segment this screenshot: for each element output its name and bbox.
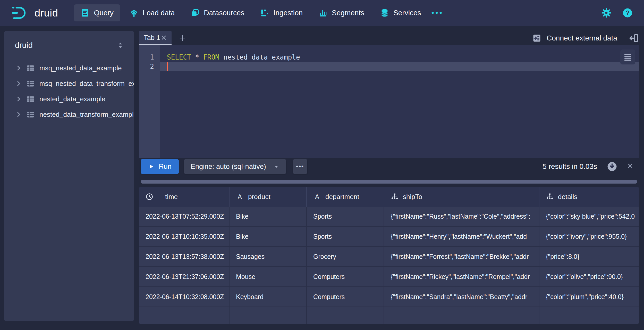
svg-text:A: A — [315, 193, 319, 200]
column-header-product[interactable]: Aproduct — [230, 187, 307, 207]
line-number: 1 — [139, 53, 160, 62]
nav-item-label: Segments — [332, 9, 364, 17]
open-panel-icon[interactable] — [629, 33, 639, 43]
nav-item-label: Services — [393, 9, 421, 17]
column-header--time[interactable]: __time — [139, 187, 230, 207]
tab-query[interactable]: Tab 1 — [139, 31, 172, 45]
chevron-right-icon[interactable] — [15, 96, 22, 102]
table-cell[interactable]: {"firstName":"Sandra","lastName":"Beatty… — [384, 287, 539, 307]
settings-gear-icon[interactable] — [601, 8, 612, 18]
table-cell[interactable]: Grocery — [307, 247, 384, 266]
column-header-department[interactable]: Adepartment — [307, 187, 384, 207]
table-cell[interactable]: {"color":"ivory","price":955.0} — [539, 227, 639, 246]
add-tab-button[interactable]: + — [179, 33, 186, 44]
tabbar-right: Connect external data — [532, 33, 639, 43]
engine-select[interactable]: Engine: auto (sql-native) — [184, 159, 286, 174]
query-workbench: Tab 1 + Connect external data 1 2 SELECT… — [139, 31, 639, 324]
run-label: Run — [159, 163, 172, 171]
tab-bar: Tab 1 + Connect external data — [139, 31, 639, 45]
table-cell[interactable]: Computers — [307, 287, 384, 307]
sql-table-name: nested_data_example — [223, 53, 300, 61]
horizontal-scrollbar[interactable] — [141, 180, 637, 184]
table-cell[interactable]: Mouse — [230, 267, 307, 286]
table-cell[interactable]: {"color":"plum","price":40.0} — [539, 287, 639, 307]
nav-item-label: Load data — [143, 9, 175, 17]
brand[interactable]: druid — [11, 6, 58, 20]
table-cell[interactable] — [539, 307, 639, 324]
table-cell[interactable]: Bike — [230, 227, 307, 246]
tree-item-label: nested_data_transform_exampl — [39, 111, 134, 119]
nav-item-load-data[interactable]: Load data — [123, 4, 182, 21]
datasource-sidebar: druid msq_nested_data_examplemsq_nested_… — [4, 31, 134, 321]
run-button[interactable]: Run — [141, 159, 179, 174]
table-cell[interactable]: {"firstName":"Rickey","lastName":"Rempel… — [384, 267, 539, 286]
column-header-details[interactable]: details — [539, 187, 639, 207]
play-icon — [148, 163, 155, 170]
tree-item-msq-nested-data-example[interactable]: msq_nested_data_example — [4, 60, 134, 76]
tree-item-nested-data-example[interactable]: nested_data_example — [4, 91, 134, 107]
table-cell[interactable] — [230, 307, 307, 324]
table-cell[interactable]: Sausages — [230, 247, 307, 266]
download-icon[interactable] — [607, 161, 617, 172]
editor-menu-button[interactable] — [620, 50, 635, 64]
connect-external-label: Connect external data — [547, 34, 617, 42]
table-cell[interactable]: {"price":8.0} — [539, 247, 639, 266]
editor-gutter: 1 2 — [139, 45, 160, 158]
double-caret-vertical-icon[interactable] — [116, 42, 124, 49]
nav-item-datasources[interactable]: Datasources — [184, 4, 251, 21]
table-cell[interactable]: {"color":"sky blue","price":542.0 — [539, 207, 639, 226]
nav-more-button[interactable]: ••• — [431, 9, 444, 17]
table-cell[interactable]: 2022-06-13T10:10:35.000Z — [139, 227, 230, 246]
tree-item-nested-data-transform-exampl[interactable]: nested_data_transform_exampl — [4, 107, 134, 122]
nav-item-label: Query — [94, 9, 113, 17]
table-cell[interactable]: 2022-06-13T21:37:06.000Z — [139, 267, 230, 286]
table-cell[interactable]: Keyboard — [230, 287, 307, 307]
table-cell[interactable]: {"firstName":"Henry","lastName":"Wuckert… — [384, 227, 539, 246]
table-icon — [26, 95, 35, 103]
table-cell[interactable]: Bike — [230, 207, 307, 226]
text-cursor — [167, 62, 168, 71]
tab-close-icon[interactable] — [161, 35, 167, 41]
table-cell[interactable] — [307, 307, 384, 324]
nav-items: QueryLoad dataDatasourcesIngestionSegmen… — [74, 4, 428, 21]
chevron-right-icon[interactable] — [15, 65, 22, 71]
tree-item-msq-nested-data-transform-ex[interactable]: msq_nested_data_transform_ex — [4, 76, 134, 91]
table-cell[interactable] — [384, 307, 539, 324]
chevron-right-icon[interactable] — [15, 80, 22, 87]
table-cell[interactable] — [139, 307, 230, 324]
table-cell[interactable]: 2022-06-13T13:57:38.000Z — [139, 247, 230, 266]
column-header-shipto[interactable]: shipTo — [384, 187, 539, 207]
query-more-button[interactable]: ••• — [293, 159, 307, 174]
editor-code: SELECT * FROM nested_data_example — [160, 53, 639, 62]
table-icon — [26, 110, 35, 119]
engine-label: Engine: auto (sql-native) — [191, 163, 266, 171]
nav-item-services[interactable]: Services — [374, 4, 428, 21]
table-cell[interactable]: {"firstName":"Russ","lastName":"Cole","a… — [384, 207, 539, 226]
table-cell[interactable]: {"firstName":"Forrest","lastName":"Brekk… — [384, 247, 539, 266]
sql-star: * — [195, 53, 199, 61]
nav-item-ingestion[interactable]: Ingestion — [253, 4, 309, 21]
table-cell[interactable]: {"color":"olive","price":90.0} — [539, 267, 639, 286]
column-label: department — [325, 193, 359, 201]
table-cell[interactable]: 2022-06-13T07:52:29.000Z — [139, 207, 230, 226]
run-bar-right: 5 results in 0.03s — [543, 161, 639, 172]
table-cell[interactable]: Computers — [307, 267, 384, 286]
close-results-icon[interactable] — [627, 163, 635, 170]
table-cell[interactable]: 2022-06-14T10:32:08.000Z — [139, 287, 230, 307]
query-icon — [81, 9, 89, 17]
sql-keyword: FROM — [203, 53, 219, 61]
table-cell[interactable]: Sports — [307, 207, 384, 226]
svg-text:A: A — [238, 193, 242, 200]
nav-item-segments[interactable]: Segments — [312, 4, 371, 21]
sql-editor[interactable]: 1 2 SELECT * FROM nested_data_example — [139, 45, 639, 158]
table-cell[interactable]: Sports — [307, 227, 384, 246]
nav-item-query[interactable]: Query — [74, 4, 120, 21]
sidebar-header: druid — [4, 31, 134, 50]
tree-item-label: msq_nested_data_transform_ex — [39, 80, 134, 88]
table-row: 2022-06-13T21:37:06.000ZMouseComputers{"… — [139, 267, 639, 287]
brand-text: druid — [35, 7, 58, 19]
help-icon[interactable]: ? — [622, 8, 633, 18]
chevron-right-icon[interactable] — [15, 111, 22, 118]
top-navbar: druid QueryLoad dataDatasourcesIngestion… — [0, 0, 644, 26]
connect-external-data-button[interactable]: Connect external data — [532, 34, 617, 43]
